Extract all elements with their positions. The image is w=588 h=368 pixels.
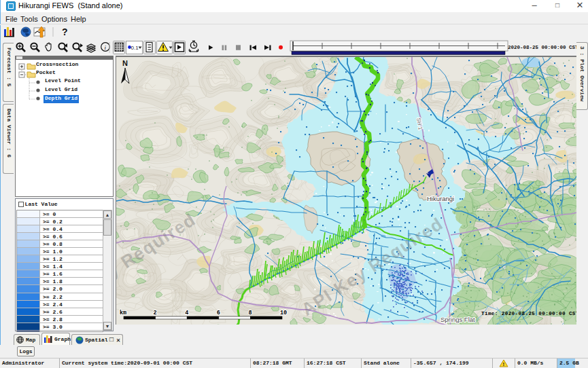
svg-text:10: 10 (280, 310, 287, 316)
svg-text:0.1: 0.1 (131, 45, 139, 51)
svg-text:km: km (120, 310, 126, 316)
svg-text:Time: 2020-08-25 00:00:00 CST: Time: 2020-08-25 00:00:00 CST (481, 311, 576, 316)
svg-text:8: 8 (248, 310, 252, 316)
svg-text:4: 4 (185, 310, 188, 316)
svg-text:Springs Flat: Springs Flat (440, 316, 475, 323)
svg-text:!: ! (503, 361, 505, 367)
svg-text:2020-08-25 00:00:00 CST: 2020-08-25 00:00:00 CST (508, 45, 578, 50)
svg-text:2: 2 (154, 310, 157, 316)
svg-text:Hikurangi: Hikurangi (427, 195, 454, 202)
svg-text:i: i (105, 44, 107, 51)
svg-text:N: N (122, 59, 128, 67)
svg-text:6: 6 (217, 310, 220, 316)
svg-text:?: ? (62, 26, 68, 37)
